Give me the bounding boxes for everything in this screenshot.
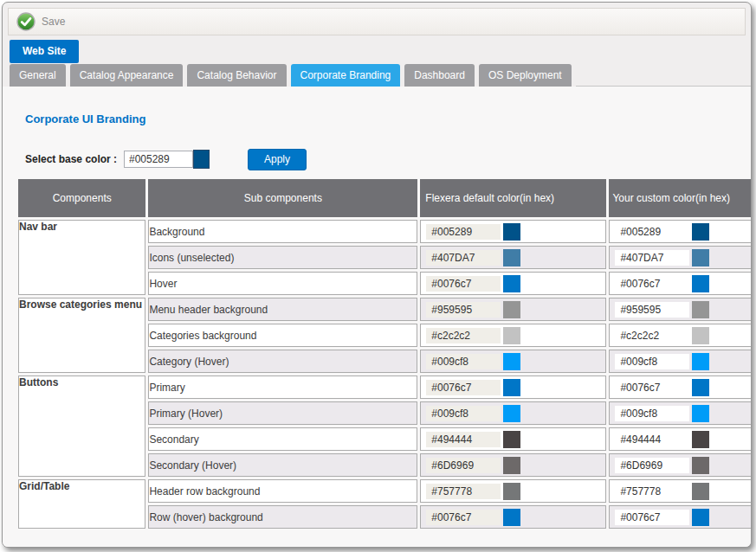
default-color-wrap <box>421 249 605 266</box>
base-color-input[interactable] <box>124 151 193 168</box>
sub-component-cell: Row (hover) background <box>148 505 417 529</box>
page-title: Corporate UI Branding <box>3 87 751 125</box>
default-hex-input <box>426 380 501 395</box>
base-color-swatch[interactable] <box>193 150 210 169</box>
tab-os-deployment[interactable]: OS Deployment <box>479 64 572 87</box>
branding-table-body: Nav barBackgroundIcons (unselected)Hover… <box>18 220 752 529</box>
default-color-swatch <box>503 327 520 344</box>
branding-table: Components Sub components Flexera defaul… <box>16 177 752 531</box>
table-row: Grid/TableHeader row background <box>18 479 752 503</box>
custom-hex-input[interactable] <box>615 224 689 240</box>
default-color-wrap <box>421 275 605 292</box>
custom-color-swatch <box>692 379 709 396</box>
custom-color-wrap <box>610 275 752 292</box>
custom-hex-input[interactable] <box>615 458 689 473</box>
default-hex-input <box>426 432 501 447</box>
save-check-icon <box>16 12 36 31</box>
custom-color-wrap <box>610 457 752 474</box>
tab-catalog-appearance[interactable]: Catalog Appearance <box>70 64 184 87</box>
default-color-cell <box>420 401 606 425</box>
save-label: Save <box>42 16 65 28</box>
custom-color-cell <box>609 505 752 529</box>
default-color-swatch <box>503 223 520 241</box>
default-hex-input <box>426 328 501 343</box>
default-hex-input <box>426 302 501 318</box>
component-cell: Grid/Table <box>18 479 145 529</box>
default-color-wrap <box>421 379 605 396</box>
default-hex-input <box>426 224 501 240</box>
default-color-cell <box>420 246 606 269</box>
tab-catalog-behavior[interactable]: Catalog Behavior <box>187 64 286 87</box>
default-color-cell <box>420 272 606 295</box>
default-color-swatch <box>503 457 520 474</box>
custom-color-cell <box>609 401 752 425</box>
default-hex-input <box>426 354 501 369</box>
default-color-wrap <box>421 405 605 422</box>
custom-hex-input[interactable] <box>615 250 689 266</box>
component-cell: Buttons <box>18 375 145 477</box>
default-color-swatch <box>503 509 520 526</box>
column-header-components: Components <box>18 179 145 217</box>
custom-color-swatch <box>692 509 709 526</box>
custom-color-swatch <box>692 249 709 266</box>
table-row: Nav barBackground <box>18 220 752 243</box>
default-color-wrap <box>421 431 605 448</box>
save-button[interactable]: Save <box>16 12 65 31</box>
custom-hex-input[interactable] <box>615 276 689 292</box>
default-color-wrap <box>421 223 605 241</box>
custom-hex-input[interactable] <box>615 510 689 525</box>
custom-color-wrap <box>610 223 752 241</box>
custom-color-wrap <box>610 483 752 500</box>
default-color-cell <box>420 453 606 477</box>
custom-color-swatch <box>692 223 709 241</box>
default-color-wrap <box>421 327 605 344</box>
table-row: ButtonsPrimary <box>18 375 752 399</box>
custom-hex-input[interactable] <box>615 354 689 369</box>
custom-color-wrap <box>610 353 752 370</box>
default-color-cell <box>420 350 606 373</box>
custom-hex-input[interactable] <box>615 380 689 395</box>
default-hex-input <box>426 250 501 266</box>
sub-component-cell: Header row background <box>148 479 417 503</box>
custom-color-cell <box>609 324 752 347</box>
content-panel: Corporate UI Branding Select base color … <box>3 87 751 547</box>
tab-corporate-branding[interactable]: Corporate Branding <box>291 64 401 87</box>
custom-hex-input[interactable] <box>615 432 689 447</box>
default-color-wrap <box>421 353 605 370</box>
default-color-cell <box>420 324 606 347</box>
sub-component-cell: Categories background <box>148 324 417 347</box>
app-window: Save Web Site General Catalog Appearance… <box>2 2 752 548</box>
tab-general[interactable]: General <box>10 64 66 87</box>
tab-web-site[interactable]: Web Site <box>10 40 79 63</box>
custom-color-cell <box>609 298 752 321</box>
custom-hex-input[interactable] <box>615 484 689 499</box>
default-hex-input <box>426 484 501 499</box>
custom-color-swatch <box>692 327 709 344</box>
default-color-cell <box>420 220 606 243</box>
custom-color-wrap <box>610 431 752 448</box>
custom-color-cell <box>609 272 752 295</box>
apply-button[interactable]: Apply <box>248 149 307 170</box>
sub-component-cell: Secondary <box>148 427 417 451</box>
sub-component-cell: Secondary (Hover) <box>148 453 417 477</box>
default-color-wrap <box>421 301 605 318</box>
custom-color-cell <box>609 220 752 243</box>
custom-color-wrap <box>610 327 752 344</box>
tab-dashboard[interactable]: Dashboard <box>404 64 475 87</box>
tabstrip: General Catalog Appearance Catalog Behav… <box>10 64 751 87</box>
custom-color-swatch <box>692 431 709 448</box>
default-color-cell <box>420 375 606 399</box>
custom-color-wrap <box>610 405 752 422</box>
default-color-swatch <box>503 405 520 422</box>
tabstrip-filler <box>576 64 751 87</box>
default-hex-input <box>426 510 501 525</box>
custom-color-cell <box>609 479 752 503</box>
custom-hex-input[interactable] <box>615 302 689 318</box>
custom-hex-input[interactable] <box>615 406 689 421</box>
toolbar: Save <box>8 8 746 35</box>
custom-hex-input[interactable] <box>615 328 689 343</box>
sub-component-cell: Primary (Hover) <box>148 401 417 425</box>
default-hex-input <box>426 406 501 421</box>
custom-color-swatch <box>692 483 709 500</box>
default-color-cell <box>420 427 606 451</box>
